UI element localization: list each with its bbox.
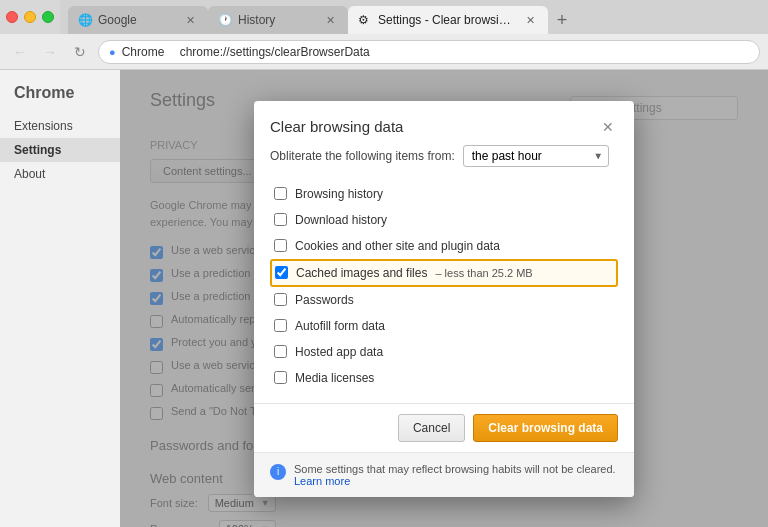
dialog-checkbox-row-autofill: Autofill form data bbox=[270, 313, 618, 339]
content-area: Settings Privacy Content settings... Cle… bbox=[120, 70, 768, 527]
tab-google[interactable]: 🌐 Google ✕ bbox=[68, 6, 208, 34]
address-url bbox=[170, 45, 173, 59]
traffic-light-green[interactable] bbox=[42, 11, 54, 23]
dialog-close-button[interactable]: ✕ bbox=[598, 117, 618, 137]
dialog-footer: Cancel Clear browsing data bbox=[254, 403, 634, 452]
info-icon: i bbox=[270, 464, 286, 480]
dialog-checkbox-label-download: Download history bbox=[295, 213, 387, 227]
dialog-checkbox-note-cached: – less than 25.2 MB bbox=[435, 267, 532, 279]
dialog-checkbox-passwords[interactable] bbox=[274, 293, 287, 306]
tab-favicon-settings: ⚙ bbox=[358, 13, 372, 27]
clear-browsing-dialog: Clear browsing data ✕ Obliterate the fol… bbox=[254, 101, 634, 497]
dialog-checkbox-browsing[interactable] bbox=[274, 187, 287, 200]
address-full: chrome://settings/clearBrowserData bbox=[180, 45, 370, 59]
tab-close-google[interactable]: ✕ bbox=[182, 12, 198, 28]
reload-button[interactable]: ↻ bbox=[68, 40, 92, 64]
obliterate-row: Obliterate the following items from: the… bbox=[270, 145, 618, 167]
address-protocol: Chrome bbox=[122, 45, 165, 59]
traffic-light-red[interactable] bbox=[6, 11, 18, 23]
dialog-checkbox-label-browsing: Browsing history bbox=[295, 187, 383, 201]
address-bar: ← → ↻ ● Chrome chrome://settings/clearBr… bbox=[0, 34, 768, 70]
address-icon: ● bbox=[109, 46, 116, 58]
address-input-container[interactable]: ● Chrome chrome://settings/clearBrowserD… bbox=[98, 40, 760, 64]
footer-learn-more-link[interactable]: Learn more bbox=[294, 475, 350, 487]
dialog-checkboxes-container: Browsing historyDownload historyCookies … bbox=[270, 181, 618, 391]
dialog-checkbox-row-media: Media licenses bbox=[270, 365, 618, 391]
dialog-checkbox-cookies[interactable] bbox=[274, 239, 287, 252]
tab-history[interactable]: 🕐 History ✕ bbox=[208, 6, 348, 34]
sidebar-brand: Chrome bbox=[0, 84, 120, 114]
tab-title-settings: Settings - Clear browsing data bbox=[378, 13, 516, 27]
dialog-checkbox-media[interactable] bbox=[274, 371, 287, 384]
time-range-select[interactable]: the past hour the past day the past week… bbox=[463, 145, 609, 167]
tab-close-settings[interactable]: ✕ bbox=[522, 12, 538, 28]
dialog-checkbox-cached[interactable] bbox=[275, 266, 288, 279]
dialog-checkbox-row-download: Download history bbox=[270, 207, 618, 233]
dialog-checkbox-row-passwords: Passwords bbox=[270, 287, 618, 313]
dialog-info-footer: i Some settings that may reflect browsin… bbox=[254, 452, 634, 497]
dialog-checkbox-row-browsing: Browsing history bbox=[270, 181, 618, 207]
dialog-checkbox-label-cached: Cached images and files bbox=[296, 266, 427, 280]
traffic-light-yellow[interactable] bbox=[24, 11, 36, 23]
back-button[interactable]: ← bbox=[8, 40, 32, 64]
dialog-title-bar: Clear browsing data ✕ bbox=[254, 101, 634, 145]
forward-button[interactable]: → bbox=[38, 40, 62, 64]
dialog-checkbox-label-hosted: Hosted app data bbox=[295, 345, 383, 359]
tab-settings[interactable]: ⚙ Settings - Clear browsing data ✕ bbox=[348, 6, 548, 34]
obliterate-label: Obliterate the following items from: bbox=[270, 149, 455, 163]
time-range-wrapper: the past hour the past day the past week… bbox=[463, 145, 609, 167]
dialog-checkbox-row-hosted: Hosted app data bbox=[270, 339, 618, 365]
dialog-body: Obliterate the following items from: the… bbox=[254, 145, 634, 403]
dialog-checkbox-row-cached: Cached images and files – less than 25.2… bbox=[270, 259, 618, 287]
dialog-checkbox-row-cookies: Cookies and other site and plugin data bbox=[270, 233, 618, 259]
dialog-checkbox-label-autofill: Autofill form data bbox=[295, 319, 385, 333]
sidebar-item-extensions[interactable]: Extensions bbox=[0, 114, 120, 138]
dialog-checkbox-download[interactable] bbox=[274, 213, 287, 226]
dialog-checkbox-label-passwords: Passwords bbox=[295, 293, 354, 307]
dialog-title: Clear browsing data bbox=[270, 118, 403, 135]
new-tab-button[interactable]: + bbox=[548, 6, 576, 34]
tab-close-history[interactable]: ✕ bbox=[322, 12, 338, 28]
sidebar-item-settings[interactable]: Settings bbox=[0, 138, 120, 162]
modal-overlay: Clear browsing data ✕ Obliterate the fol… bbox=[120, 70, 768, 527]
tab-favicon-history: 🕐 bbox=[218, 13, 232, 27]
clear-browsing-confirm-button[interactable]: Clear browsing data bbox=[473, 414, 618, 442]
sidebar-item-about[interactable]: About bbox=[0, 162, 120, 186]
dialog-checkbox-label-media: Media licenses bbox=[295, 371, 374, 385]
footer-info-text: Some settings that may reflect browsing … bbox=[294, 463, 618, 487]
cancel-button[interactable]: Cancel bbox=[398, 414, 465, 442]
dialog-checkbox-hosted[interactable] bbox=[274, 345, 287, 358]
window-chrome: 🌐 Google ✕ 🕐 History ✕ ⚙ Settings - Clea… bbox=[0, 0, 768, 70]
tab-title-google: Google bbox=[98, 13, 176, 27]
main-layout: Chrome Extensions Settings About Setting… bbox=[0, 70, 768, 527]
dialog-checkbox-autofill[interactable] bbox=[274, 319, 287, 332]
tab-favicon-google: 🌐 bbox=[78, 13, 92, 27]
sidebar: Chrome Extensions Settings About bbox=[0, 70, 120, 527]
dialog-checkbox-label-cookies: Cookies and other site and plugin data bbox=[295, 239, 500, 253]
tab-title-history: History bbox=[238, 13, 316, 27]
